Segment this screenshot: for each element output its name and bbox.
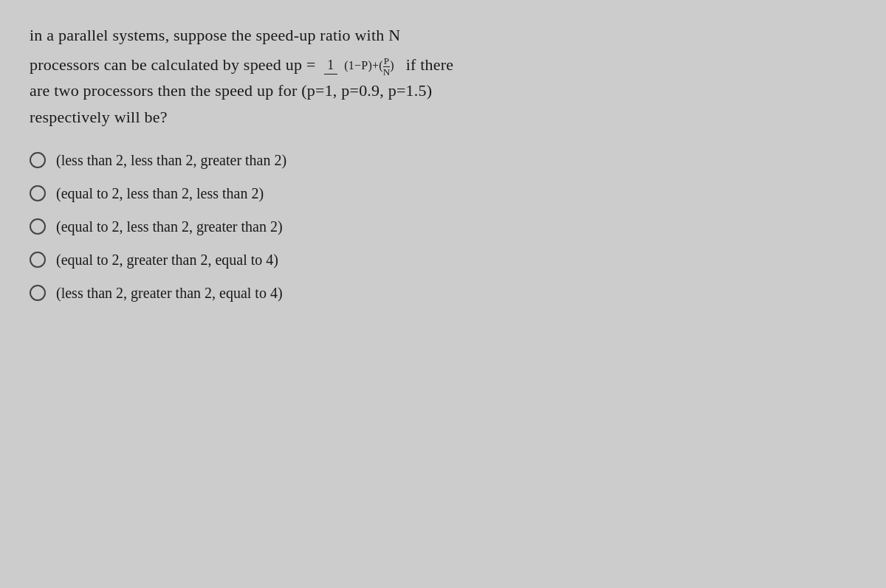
option-b[interactable]: (equal to 2, less than 2, less than 2) — [30, 185, 856, 202]
radio-c[interactable] — [30, 218, 46, 235]
question-text: in a parallel systems, suppose the speed… — [30, 22, 856, 130]
question-line-3: are two processors then the speed up for… — [30, 77, 856, 103]
question-line-1: in a parallel systems, suppose the speed… — [30, 22, 856, 48]
options-container: (less than 2, less than 2, greater than … — [30, 152, 856, 302]
question-block: in a parallel systems, suppose the speed… — [30, 22, 856, 130]
radio-b[interactable] — [30, 185, 46, 201]
formula-numerator: 1 — [324, 58, 337, 75]
line2-suffix: if there — [406, 52, 454, 77]
option-e-label: (less than 2, greater than 2, equal to 4… — [56, 285, 283, 302]
formula-denominator: (1−P)+(PN) — [341, 58, 397, 72]
question-line-4: respectively will be? — [30, 104, 856, 130]
page-container: in a parallel systems, suppose the speed… — [0, 0, 886, 588]
radio-e[interactable] — [30, 285, 46, 301]
speed-up-formula: 1 (1−P)+(PN) — [324, 51, 397, 77]
option-b-label: (equal to 2, less than 2, less than 2) — [56, 185, 264, 202]
option-a-label: (less than 2, less than 2, greater than … — [56, 152, 286, 169]
option-c-label: (equal to 2, less than 2, greater than 2… — [56, 218, 283, 235]
option-d-label: (equal to 2, greater than 2, equal to 4) — [56, 252, 278, 269]
option-e[interactable]: (less than 2, greater than 2, equal to 4… — [30, 285, 856, 302]
option-a[interactable]: (less than 2, less than 2, greater than … — [30, 152, 856, 169]
question-line-2: processors can be calculated by speed up… — [30, 51, 856, 77]
radio-d[interactable] — [30, 252, 46, 268]
radio-a[interactable] — [30, 152, 46, 168]
line2-prefix: processors can be calculated by speed up… — [30, 52, 316, 77]
option-d[interactable]: (equal to 2, greater than 2, equal to 4) — [30, 252, 856, 269]
option-c[interactable]: (equal to 2, less than 2, greater than 2… — [30, 218, 856, 235]
